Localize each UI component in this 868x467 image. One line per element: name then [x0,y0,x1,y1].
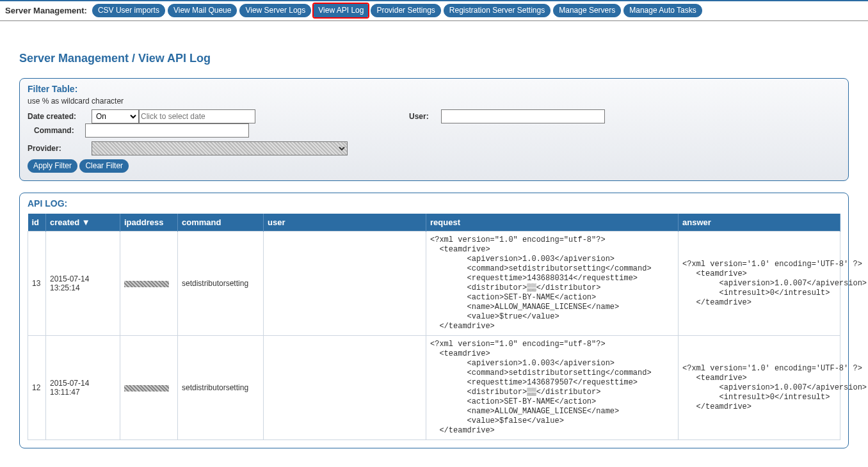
cell-created: 2015-07-14 13:25:14 [46,232,120,336]
nav-manage-auto-tasks[interactable]: Manage Auto Tasks [623,4,702,17]
apply-filter-button[interactable]: Apply Filter [28,159,77,173]
user-label: User: [409,112,441,121]
filter-row-1: Date created: On User: Command: [28,109,840,138]
nav-csv-user-imports[interactable]: CSV User imports [92,4,165,17]
date-operator-select[interactable]: On [92,109,139,123]
cell-created: 2015-07-14 13:11:47 [46,336,120,440]
nav-view-mail-queue[interactable]: View Mail Queue [168,4,237,17]
col-user[interactable]: user [264,214,426,232]
cell-answer: <?xml version='1.0' encoding='UTF-8' ?> … [679,336,840,440]
provider-label: Provider: [28,144,92,153]
api-log-head: API LOG: [28,198,840,209]
command-input[interactable] [85,123,249,138]
cell-user [264,232,426,336]
redacted-ip [124,281,169,287]
api-log-table: id created ▼ ipaddress command user requ… [28,214,840,440]
nav-view-server-logs[interactable]: View Server Logs [239,4,311,17]
topbar: Server Management: CSV User imports View… [0,0,868,21]
nav-manage-servers[interactable]: Manage Servers [553,4,621,17]
table-row: 132015-07-14 13:25:14setdistributorsetti… [28,232,840,336]
col-ipaddress[interactable]: ipaddress [120,214,178,232]
topbar-title: Server Management: [5,6,87,15]
nav-registration-server-settings[interactable]: Registration Server Settings [444,4,551,17]
cell-user [264,336,426,440]
content: Server Management / View API Log Filter … [0,21,868,467]
col-request[interactable]: request [426,214,679,232]
cell-command: setdistributorsetting [178,232,264,336]
col-created[interactable]: created ▼ [46,214,120,232]
col-id[interactable]: id [28,214,46,232]
command-label: Command: [34,126,85,135]
table-row: 122015-07-14 13:11:47setdistributorsetti… [28,336,840,440]
cell-ipaddress [120,232,178,336]
nav-view-api-log[interactable]: View API Log [314,4,368,17]
filter-hint: use % as wildcard character [28,97,840,106]
user-input[interactable] [441,109,605,123]
cell-command: setdistributorsetting [178,336,264,440]
redacted-ip [124,385,169,392]
col-answer[interactable]: answer [679,214,840,232]
table-header-row: id created ▼ ipaddress command user requ… [28,214,840,232]
filter-panel-head: Filter Table: [28,84,840,94]
cell-id: 12 [28,336,46,440]
provider-select[interactable] [92,141,348,155]
api-log-panel: API LOG: id created ▼ ipaddress command … [19,193,849,448]
date-input[interactable] [139,109,255,123]
cell-request: <?xml version="1.0" encoding="utf-8"?> <… [426,336,679,440]
filter-actions: Apply Filter Clear Filter [28,159,840,173]
nav-provider-settings[interactable]: Provider Settings [371,4,440,17]
cell-answer: <?xml version='1.0' encoding='UTF-8' ?> … [679,232,840,336]
cell-id: 13 [28,232,46,336]
cell-ipaddress [120,336,178,440]
filter-row-2: Provider: [28,141,840,155]
cell-request: <?xml version="1.0" encoding="utf-8"?> <… [426,232,679,336]
filter-panel: Filter Table: use % as wildcard characte… [19,78,849,181]
clear-filter-button[interactable]: Clear Filter [79,159,129,173]
page-title: Server Management / View API Log [19,52,849,65]
col-command[interactable]: command [178,214,264,232]
date-created-label: Date created: [28,112,92,121]
